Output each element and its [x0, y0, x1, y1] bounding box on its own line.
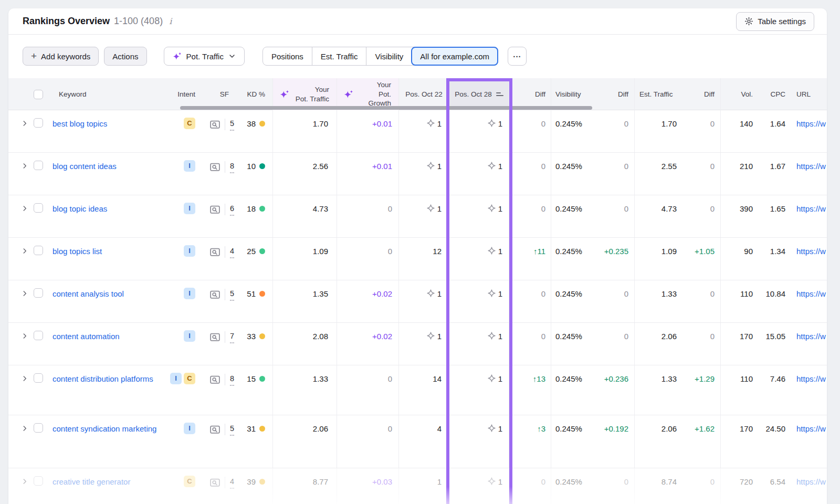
keyword-link[interactable]: content analysis tool: [52, 289, 129, 299]
serp-features-icon[interactable]: [209, 289, 220, 300]
keyword-link[interactable]: blog topic ideas: [52, 204, 112, 214]
more-tabs-button[interactable]: ...: [508, 47, 527, 66]
url-link[interactable]: https://w: [796, 289, 826, 299]
select-all-checkbox[interactable]: [34, 90, 43, 99]
row-expand-chevron-icon[interactable]: [21, 290, 28, 297]
serp-features-icon[interactable]: [209, 162, 220, 173]
table-settings-button[interactable]: Table settings: [736, 12, 814, 31]
col-header-est-traffic-diff[interactable]: Diff: [682, 78, 721, 110]
col-header-pos-oct22[interactable]: Pos. Oct 22: [399, 78, 449, 110]
keyword-link[interactable]: content distribution platforms: [52, 374, 159, 384]
serp-features-icon[interactable]: [209, 119, 220, 130]
intent-badge-i: I: [184, 288, 195, 299]
url-link[interactable]: https://w: [796, 204, 826, 214]
tab-visibility[interactable]: Visibility: [366, 47, 412, 65]
row-expand-chevron-icon[interactable]: [21, 205, 28, 212]
url-link[interactable]: https://w: [796, 424, 826, 434]
row-expand-chevron-icon[interactable]: [21, 478, 28, 485]
row-checkbox[interactable]: [34, 288, 43, 298]
url-link[interactable]: https://w: [796, 374, 826, 384]
row-checkbox[interactable]: [34, 203, 43, 213]
col-header-est-traffic[interactable]: Est. Traffic: [635, 78, 682, 110]
keyword-link[interactable]: creative title generator: [52, 477, 135, 487]
ai-overview-icon: [426, 119, 435, 128]
kd-value: 18: [247, 204, 256, 214]
sf-value[interactable]: 7: [230, 331, 234, 343]
serp-features-icon[interactable]: [209, 424, 220, 435]
pos-oct28-value: 1: [498, 246, 502, 257]
url-link[interactable]: https://w: [796, 119, 826, 129]
keyword-link[interactable]: blog topics list: [52, 246, 107, 257]
col-header-pos-oct28[interactable]: Pos. Oct 28: [449, 78, 509, 110]
row-checkbox[interactable]: [34, 331, 43, 340]
tab-positions[interactable]: Positions: [263, 47, 312, 65]
volume-value: 170: [721, 415, 756, 468]
col-header-cpc[interactable]: CPC: [756, 78, 789, 110]
col-header-keyword[interactable]: Keyword: [52, 78, 170, 110]
table-row: content analysis tool I 5 51 1.35 +0.02 …: [8, 280, 827, 323]
col-header-pos-diff[interactable]: Diff: [509, 78, 551, 110]
add-keywords-button[interactable]: + Add keywords: [23, 47, 99, 66]
serp-features-icon[interactable]: [209, 332, 220, 343]
pot-traffic-value: 1.35: [273, 280, 337, 322]
row-expand-chevron-icon[interactable]: [21, 162, 28, 170]
url-link[interactable]: https://w: [796, 161, 826, 172]
row-checkbox[interactable]: [34, 373, 43, 383]
row-checkbox[interactable]: [34, 161, 43, 170]
tab-all-for-example-com[interactable]: All for example.com: [411, 47, 498, 66]
cpc-value: 24.50: [756, 415, 789, 468]
url-link[interactable]: https://w: [796, 331, 826, 342]
sf-value[interactable]: 8: [230, 374, 234, 386]
sf-value[interactable]: 6: [230, 204, 234, 216]
kd-difficulty-dot: [259, 291, 265, 297]
info-icon[interactable]: i: [169, 16, 172, 26]
row-checkbox[interactable]: [34, 246, 43, 255]
pot-traffic-value: 4.73: [273, 195, 337, 237]
visibility-value: 0.245%: [551, 280, 591, 322]
sf-value[interactable]: 5: [230, 424, 234, 436]
sf-value[interactable]: 4: [230, 477, 234, 489]
table-row: creative title generator C 4 39 8.77 +0.…: [8, 468, 827, 504]
col-header-volume[interactable]: Vol.: [721, 78, 756, 110]
serp-features-icon[interactable]: [209, 204, 220, 215]
col-header-pot-growth[interactable]: Your Pot. Growth: [337, 78, 399, 110]
row-checkbox[interactable]: [34, 476, 43, 486]
est-traffic-value: 1.70: [635, 110, 682, 152]
volume-value: 110: [721, 365, 756, 415]
visibility-value: 0.245%: [551, 415, 591, 468]
visibility-value: 0.245%: [551, 468, 591, 504]
keyword-link[interactable]: blog content ideas: [52, 161, 122, 172]
row-checkbox[interactable]: [34, 118, 43, 128]
col-header-visibility[interactable]: Visibility: [551, 78, 591, 110]
serp-features-icon[interactable]: [209, 247, 220, 258]
serp-features-icon[interactable]: [209, 374, 220, 385]
tab-est-traffic[interactable]: Est. Traffic: [312, 47, 366, 65]
url-link[interactable]: https://w: [796, 477, 826, 487]
row-expand-chevron-icon[interactable]: [21, 120, 28, 127]
pot-traffic-header-line1: Your: [296, 85, 329, 94]
col-header-intent[interactable]: Intent: [170, 78, 200, 110]
col-header-pot-traffic[interactable]: Your Pot. Traffic: [273, 78, 337, 110]
col-header-sf[interactable]: SF: [200, 78, 239, 110]
row-checkbox[interactable]: [34, 423, 43, 433]
keyword-link[interactable]: best blog topics: [52, 119, 112, 129]
serp-features-icon[interactable]: [209, 477, 220, 488]
row-expand-chevron-icon[interactable]: [21, 425, 28, 432]
row-expand-chevron-icon[interactable]: [21, 375, 28, 382]
row-expand-chevron-icon[interactable]: [21, 332, 28, 340]
sf-value[interactable]: 4: [230, 246, 234, 258]
col-header-kd[interactable]: KD %: [239, 78, 273, 110]
pos-diff-value: ↑13: [509, 365, 551, 415]
row-expand-chevron-icon[interactable]: [21, 247, 28, 255]
sf-value[interactable]: 5: [230, 119, 234, 131]
keyword-link[interactable]: content automation: [52, 331, 125, 342]
actions-button[interactable]: Actions: [104, 47, 146, 66]
sf-value[interactable]: 5: [230, 289, 234, 301]
keyword-link[interactable]: content syndication marketing: [52, 424, 162, 434]
metric-dropdown[interactable]: Pot. Traffic: [164, 47, 245, 66]
horizontal-scrollbar[interactable]: [180, 106, 592, 110]
col-header-url[interactable]: URL: [789, 78, 827, 110]
col-header-visibility-diff[interactable]: Diff: [591, 78, 635, 110]
url-link[interactable]: https://w: [796, 246, 826, 257]
sf-value[interactable]: 8: [230, 161, 234, 173]
